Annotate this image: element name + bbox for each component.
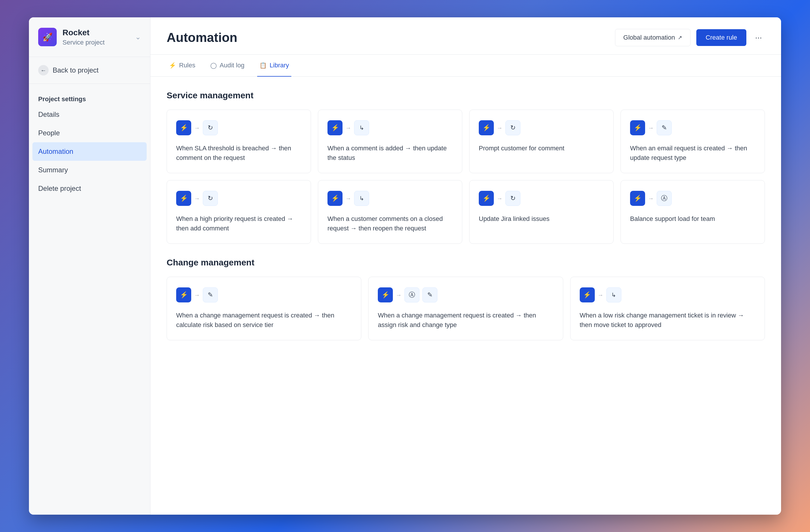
arrow-icon: → (598, 292, 603, 298)
arrow-icon: → (345, 124, 351, 131)
action-icon-box: ↳ (354, 120, 369, 135)
section-service-management: Service management ⚡ → ↻ When SLA t (167, 90, 765, 244)
card-icons: ⚡ → ✎ (176, 287, 352, 302)
card-icons: ⚡ → ↻ (176, 120, 302, 135)
tab-library[interactable]: 📋 Library (257, 55, 291, 77)
card-text: When a high priority request is created … (176, 214, 302, 233)
more-options-button[interactable]: ··· (752, 31, 765, 44)
tab-rules-label: Rules (179, 62, 195, 69)
back-icon: ← (38, 65, 49, 76)
action-icon-box: ↻ (203, 120, 218, 135)
trigger-icon-box: ⚡ (176, 120, 191, 135)
lightning-icon: ⚡ (634, 195, 642, 202)
card-text: When a change management request is crea… (378, 311, 553, 330)
card-sla-threshold[interactable]: ⚡ → ↻ When SLA threshold is breached → t… (167, 110, 311, 173)
project-header[interactable]: 🚀 Rocket Service project ⌄ (29, 17, 150, 57)
card-icons: ⚡ → ✎ (630, 120, 755, 135)
sidebar-item-people[interactable]: People (29, 124, 150, 142)
lightning-icon: ⚡ (583, 291, 591, 299)
sidebar: 🚀 Rocket Service project ⌄ ← Back to pro… (29, 17, 150, 515)
rules-icon: ⚡ (169, 62, 176, 69)
card-change-assign[interactable]: ⚡ → Ⓐ ✎ When a change management request… (368, 277, 563, 340)
create-rule-button[interactable]: Create rule (696, 29, 746, 46)
arrow-icon: → (194, 124, 200, 131)
back-to-project-link[interactable]: ← Back to project (29, 57, 150, 84)
main-content: Automation Global automation ↗ Create ru… (150, 17, 781, 515)
person-icon: Ⓐ (409, 290, 415, 299)
sidebar-nav: Project settings Details People Automati… (29, 84, 150, 515)
external-link-icon: ↗ (678, 34, 682, 41)
tab-rules[interactable]: ⚡ Rules (167, 55, 198, 77)
trigger-icon-box: ⚡ (378, 287, 393, 302)
card-text: When a customer comments on a closed req… (327, 214, 453, 233)
branch-icon: ↳ (359, 195, 364, 202)
lightning-icon: ⚡ (331, 124, 339, 132)
card-balance-support[interactable]: ⚡ → Ⓐ Balance support load for team (620, 180, 765, 244)
lightning-icon: ⚡ (331, 195, 339, 202)
refresh-icon: ↻ (510, 124, 516, 132)
card-text: When a comment is added → then update th… (327, 144, 453, 163)
sidebar-item-delete-project[interactable]: Delete project (29, 179, 150, 198)
card-icons: ⚡ → ↻ (479, 191, 604, 206)
service-management-grid: ⚡ → ↻ When SLA threshold is breached → t… (167, 110, 765, 244)
app-container: 🚀 Rocket Service project ⌄ ← Back to pro… (29, 17, 781, 515)
project-name: Rocket (63, 28, 129, 37)
lightning-icon: ⚡ (180, 195, 188, 202)
tabs: ⚡ Rules ◯ Audit log 📋 Library (150, 55, 781, 77)
tab-audit-log[interactable]: ◯ Audit log (208, 55, 247, 77)
card-text: Prompt customer for comment (479, 144, 604, 163)
card-email-request[interactable]: ⚡ → ✎ When an email request is created →… (620, 110, 765, 173)
action-icon-box: ↻ (505, 120, 520, 135)
trigger-icon-box: ⚡ (176, 287, 191, 302)
card-low-risk[interactable]: ⚡ → ↳ When a low risk change management … (570, 277, 765, 340)
card-icons: ⚡ → ↳ (327, 120, 453, 135)
branch-icon: ↳ (611, 292, 616, 298)
card-prompt-customer[interactable]: ⚡ → ↻ Prompt customer for comment (469, 110, 614, 173)
trigger-icon-box: ⚡ (630, 120, 645, 135)
ellipsis-icon: ··· (755, 33, 762, 42)
chevron-down-icon: ⌄ (135, 33, 141, 41)
trigger-icon-box: ⚡ (176, 191, 191, 206)
refresh-icon: ↻ (208, 195, 213, 202)
action-icon-box: Ⓐ (657, 191, 672, 206)
arrow-icon: → (648, 124, 654, 131)
section-title-service: Service management (167, 90, 765, 100)
person-icon: Ⓐ (661, 194, 667, 203)
arrow-icon: → (194, 292, 200, 298)
card-text: Update Jira linked issues (479, 214, 604, 233)
card-update-jira[interactable]: ⚡ → ↻ Update Jira linked issues (469, 180, 614, 244)
trigger-icon-box: ⚡ (630, 191, 645, 206)
card-icons: ⚡ → Ⓐ (630, 191, 755, 206)
section-title-change: Change management (167, 257, 765, 267)
global-automation-label: Global automation (623, 34, 675, 41)
edit-icon: ✎ (427, 291, 433, 299)
edit-icon: ✎ (208, 291, 213, 299)
branch-icon: ↳ (359, 124, 364, 131)
edit-icon: ✎ (662, 124, 667, 132)
trigger-icon-box: ⚡ (580, 287, 595, 302)
trigger-icon-box: ⚡ (327, 191, 342, 206)
arrow-icon: → (194, 195, 200, 202)
card-text: When a low risk change management ticket… (580, 311, 755, 330)
header-actions: Global automation ↗ Create rule ··· (615, 29, 765, 46)
action-icon-box: ✎ (203, 287, 218, 302)
card-customer-closed[interactable]: ⚡ → ↳ When a customer comments on a clos… (318, 180, 462, 244)
card-change-risk[interactable]: ⚡ → ✎ When a change management request i… (167, 277, 361, 340)
sidebar-item-automation[interactable]: Automation (32, 142, 147, 161)
avatar-emoji: 🚀 (43, 32, 53, 42)
arrow-icon: → (497, 195, 502, 202)
arrow-icon: → (396, 292, 402, 298)
tab-audit-log-label: Audit log (220, 62, 244, 69)
card-icons: ⚡ → Ⓐ ✎ (378, 287, 553, 302)
card-comment-added[interactable]: ⚡ → ↳ When a comment is added → then upd… (318, 110, 462, 173)
refresh-icon: ↻ (510, 195, 516, 202)
lightning-icon: ⚡ (180, 124, 188, 132)
card-text: Balance support load for team (630, 214, 755, 233)
sidebar-item-details[interactable]: Details (29, 105, 150, 124)
audit-log-icon: ◯ (210, 62, 217, 69)
card-high-priority[interactable]: ⚡ → ↻ When a high priority request is cr… (167, 180, 311, 244)
card-icons: ⚡ → ↳ (327, 191, 453, 206)
sidebar-item-summary[interactable]: Summary (29, 161, 150, 179)
global-automation-button[interactable]: Global automation ↗ (615, 29, 691, 46)
action-icon-box: ↳ (354, 191, 369, 206)
